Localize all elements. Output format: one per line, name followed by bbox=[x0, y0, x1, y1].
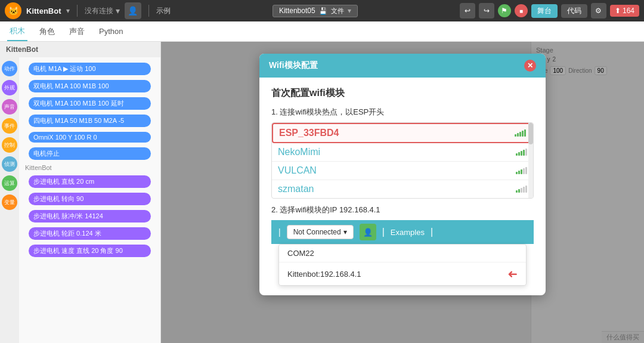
center-area: Kittenbot05 💾 文件 ▾ bbox=[175, 5, 455, 17]
not-connected-dropdown[interactable]: Not Connected ▾ bbox=[287, 225, 354, 239]
run-btn[interactable]: ⚑ bbox=[498, 4, 511, 17]
block-stepper-dist[interactable]: 步进电机 轮距 0.124 米 bbox=[25, 225, 154, 242]
upload-btn[interactable]: ⬆ 164 bbox=[610, 5, 639, 17]
section-events-label: 事件 bbox=[4, 122, 15, 130]
signal-bar bbox=[524, 129, 526, 137]
wifi-item-0[interactable]: ESP_33FBD4 bbox=[272, 123, 533, 143]
connect-icon-btn[interactable]: 👤 bbox=[360, 224, 376, 240]
stop-btn[interactable]: ■ bbox=[515, 4, 528, 17]
wifi-signal-2 bbox=[516, 167, 527, 174]
scrollbar-thumb[interactable] bbox=[528, 123, 533, 144]
dropdown-chevron: ▾ bbox=[343, 228, 347, 236]
section-vars-label: 变量 bbox=[4, 199, 15, 206]
section-sound[interactable]: 声音 bbox=[2, 99, 17, 115]
tab-python[interactable]: Python bbox=[97, 23, 125, 39]
section-events[interactable]: 事件 bbox=[2, 118, 17, 134]
section-sensing[interactable]: 侦测 bbox=[2, 156, 17, 172]
top-bar-right: ↩ ↪ ⚑ ■ 舞台 代码 ⚙ ⬆ 164 bbox=[460, 3, 639, 18]
block-label-10: 步进电机 速度 直线 20 角度 90 bbox=[29, 245, 151, 257]
settings-btn[interactable]: ⚙ bbox=[591, 3, 606, 18]
tab-roles[interactable]: 角色 bbox=[37, 23, 57, 41]
dialog-step1: 1. 连接wifi模块热点，以ESP开头 bbox=[271, 107, 534, 118]
upload-icon: ⬆ bbox=[615, 7, 621, 15]
wifi-signal-1 bbox=[516, 149, 527, 156]
block-quad-motor[interactable]: 四电机 M1A 50 M1B 50 M2A -5 bbox=[25, 113, 154, 129]
section-ops-label: 运算 bbox=[4, 180, 15, 187]
section-action-label: 动作 bbox=[4, 65, 15, 73]
person-icon: 👤 bbox=[363, 228, 373, 237]
bar-divider2: | bbox=[382, 227, 385, 237]
dialog-body: 首次配置wifi模块 1. 连接wifi模块热点，以ESP开头 ESP_33FB… bbox=[259, 78, 546, 295]
section-label-kitten: KittenBot bbox=[20, 163, 159, 172]
section-appearance[interactable]: 外观 bbox=[2, 80, 17, 95]
brand-name: KittenBot bbox=[26, 7, 61, 16]
block-label-0: 电机 M1A ▶ 运动 100 bbox=[29, 63, 151, 75]
wifi-name-2: VULCAN bbox=[278, 165, 317, 176]
tab-blocks[interactable]: 积木 bbox=[7, 22, 27, 41]
block-motor-m1a[interactable]: 电机 M1A ▶ 运动 100 bbox=[25, 61, 154, 77]
block-label-3: 四电机 M1A 50 M1B 50 M2A -5 bbox=[29, 115, 151, 127]
block-motor-stop[interactable]: 电机停止 bbox=[25, 146, 154, 162]
examples-btn[interactable]: 示例 bbox=[156, 6, 171, 16]
tab-sound[interactable]: 声音 bbox=[67, 23, 87, 41]
dialog-heading: 首次配置wifi模块 bbox=[271, 87, 534, 100]
main-area: KittenBot 动作 外观 声音 事件 控制 侦测 运算 变量 电机 M1A… bbox=[0, 42, 644, 343]
not-connected-text: Not Connected bbox=[293, 228, 341, 236]
block-label-2: 双电机 M1A 100 M1B 100 延时 bbox=[29, 97, 151, 110]
signal-bar bbox=[522, 131, 524, 137]
examples-text[interactable]: Examples bbox=[391, 228, 425, 237]
bar-divider3: | bbox=[431, 227, 433, 237]
section-control-label: 控制 bbox=[4, 141, 15, 149]
not-connected-label: 没有连接 bbox=[85, 6, 113, 16]
block-label-4: OmniX 100 Y 100 R 0 bbox=[29, 132, 151, 143]
wifi-item-3[interactable]: szmatan bbox=[272, 180, 533, 198]
block-dual-motor-2[interactable]: 双电机 M1A 100 M1B 100 延时 bbox=[25, 95, 154, 112]
second-bar: 积木 角色 声音 Python bbox=[0, 21, 644, 42]
section-sensing-label: 侦测 bbox=[4, 160, 15, 168]
section-vars[interactable]: 变量 bbox=[2, 194, 17, 210]
section-nav: 动作 外观 声音 事件 控制 侦测 运算 变量 bbox=[0, 57, 19, 343]
block-stepper-pulse[interactable]: 步进电机 脉冲/米 14124 bbox=[25, 208, 154, 224]
block-label-6: 步进电机 直线 20 cm bbox=[29, 175, 151, 188]
user-icon[interactable]: 👤 bbox=[125, 2, 141, 19]
dropdown-popup: COM22 Kittenbot:192.168.4.1 ➜ bbox=[278, 244, 527, 286]
block-label-1: 双电机 M1A 100 M1B 100 bbox=[29, 80, 151, 92]
section-control[interactable]: 控制 bbox=[2, 137, 17, 153]
filename-box[interactable]: Kittenbot05 💾 文件 ▾ bbox=[273, 5, 358, 17]
file-save-icon: 💾 bbox=[319, 7, 327, 15]
divider bbox=[77, 5, 78, 17]
stage-btn[interactable]: 舞台 bbox=[531, 4, 558, 18]
red-arrow-icon: ➜ bbox=[507, 267, 518, 281]
dialog-close-btn[interactable]: ✕ bbox=[524, 60, 536, 72]
wifi-name-3: szmatan bbox=[278, 184, 314, 194]
stage-area: 🐱 Stage x 2 y 2 Size 100 Direction 90 W bbox=[161, 42, 644, 343]
undo-btn[interactable]: ↩ bbox=[460, 3, 475, 18]
block-dual-motor-1[interactable]: 双电机 M1A 100 M1B 100 bbox=[25, 78, 154, 94]
wifi-signal-3 bbox=[516, 186, 527, 193]
redo-btn[interactable]: ↪ bbox=[479, 3, 494, 18]
wifi-list-container: ESP_33FBD4 NekoMimi bbox=[271, 122, 534, 199]
divider2 bbox=[148, 5, 149, 17]
block-stepper-line[interactable]: 步进电机 直线 20 cm bbox=[25, 174, 154, 190]
block-label-7: 步进电机 转向 90 bbox=[29, 193, 151, 205]
dropdown-item-1[interactable]: Kittenbot:192.168.4.1 ➜ bbox=[279, 262, 526, 285]
top-bar: 🐱 KittenBot ▾ 没有连接 ▾ 👤 示例 Kittenbot05 💾 … bbox=[0, 0, 644, 21]
wifi-item-2[interactable]: VULCAN bbox=[272, 162, 533, 180]
block-omnix[interactable]: OmniX 100 Y 100 R 0 bbox=[25, 130, 154, 144]
block-label-9: 步进电机 轮距 0.124 米 bbox=[29, 227, 151, 240]
section-appearance-label: 外观 bbox=[4, 84, 15, 92]
code-btn[interactable]: 代码 bbox=[561, 4, 587, 18]
block-stepper-speed[interactable]: 步进电机 速度 直线 20 角度 90 bbox=[25, 243, 154, 259]
connection-bar: | Not Connected ▾ 👤 | Examples | bbox=[271, 220, 534, 244]
block-stepper-turn[interactable]: 步进电机 转向 90 bbox=[25, 191, 154, 207]
dropdown-item-0[interactable]: COM22 bbox=[279, 245, 526, 262]
app-logo: 🐱 bbox=[5, 2, 21, 19]
signal-bar bbox=[519, 132, 521, 137]
section-ops[interactable]: 运算 bbox=[2, 175, 17, 191]
blocks-list: 电机 M1A ▶ 运动 100 双电机 M1A 100 M1B 100 双电机 … bbox=[19, 57, 160, 343]
section-sound-label: 声音 bbox=[4, 103, 15, 111]
wifi-item-1[interactable]: NekoMimi bbox=[272, 143, 533, 162]
section-action[interactable]: 动作 bbox=[2, 61, 17, 76]
filename: Kittenbot05 bbox=[279, 7, 315, 15]
connection-status[interactable]: 没有连接 ▾ bbox=[85, 6, 120, 16]
